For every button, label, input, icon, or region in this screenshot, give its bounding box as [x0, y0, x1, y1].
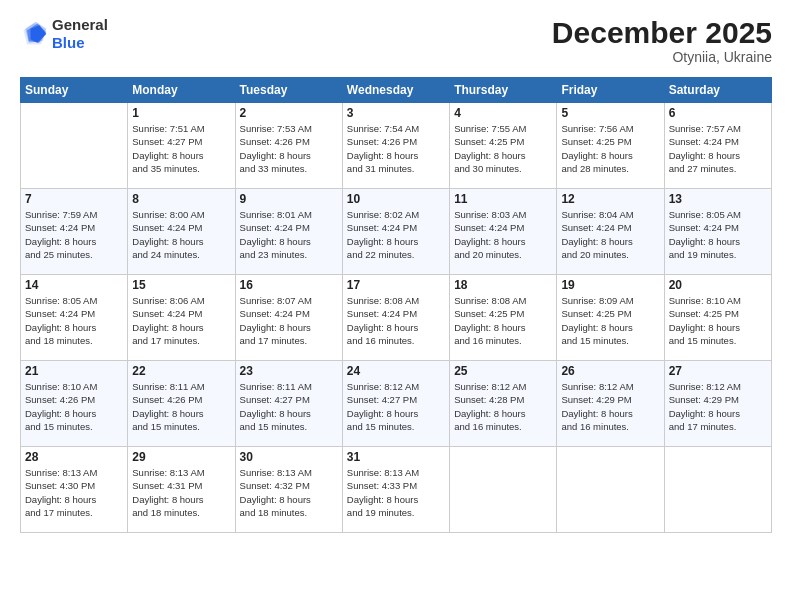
- day-number: 3: [347, 106, 445, 120]
- day-number: 9: [240, 192, 338, 206]
- week-row-1: 1Sunrise: 7:51 AM Sunset: 4:27 PM Daylig…: [21, 103, 772, 189]
- cell-info: Sunrise: 8:11 AM Sunset: 4:27 PM Dayligh…: [240, 380, 338, 433]
- cell-info: Sunrise: 8:08 AM Sunset: 4:24 PM Dayligh…: [347, 294, 445, 347]
- calendar-cell: 4Sunrise: 7:55 AM Sunset: 4:25 PM Daylig…: [450, 103, 557, 189]
- page: General Blue December 2025 Otyniia, Ukra…: [0, 0, 792, 612]
- calendar-cell: 23Sunrise: 8:11 AM Sunset: 4:27 PM Dayli…: [235, 361, 342, 447]
- cell-info: Sunrise: 8:04 AM Sunset: 4:24 PM Dayligh…: [561, 208, 659, 261]
- week-row-5: 28Sunrise: 8:13 AM Sunset: 4:30 PM Dayli…: [21, 447, 772, 533]
- calendar-cell: [450, 447, 557, 533]
- day-number: 14: [25, 278, 123, 292]
- cell-info: Sunrise: 8:12 AM Sunset: 4:29 PM Dayligh…: [561, 380, 659, 433]
- calendar-cell: 5Sunrise: 7:56 AM Sunset: 4:25 PM Daylig…: [557, 103, 664, 189]
- col-saturday: Saturday: [664, 78, 771, 103]
- day-number: 10: [347, 192, 445, 206]
- day-number: 23: [240, 364, 338, 378]
- week-row-3: 14Sunrise: 8:05 AM Sunset: 4:24 PM Dayli…: [21, 275, 772, 361]
- cell-info: Sunrise: 8:05 AM Sunset: 4:24 PM Dayligh…: [25, 294, 123, 347]
- cell-info: Sunrise: 7:54 AM Sunset: 4:26 PM Dayligh…: [347, 122, 445, 175]
- cell-info: Sunrise: 7:59 AM Sunset: 4:24 PM Dayligh…: [25, 208, 123, 261]
- day-number: 24: [347, 364, 445, 378]
- location: Otyniia, Ukraine: [552, 49, 772, 65]
- cell-info: Sunrise: 8:12 AM Sunset: 4:28 PM Dayligh…: [454, 380, 552, 433]
- cell-info: Sunrise: 8:13 AM Sunset: 4:33 PM Dayligh…: [347, 466, 445, 519]
- cell-info: Sunrise: 7:53 AM Sunset: 4:26 PM Dayligh…: [240, 122, 338, 175]
- col-sunday: Sunday: [21, 78, 128, 103]
- day-number: 5: [561, 106, 659, 120]
- cell-info: Sunrise: 8:09 AM Sunset: 4:25 PM Dayligh…: [561, 294, 659, 347]
- calendar-cell: 3Sunrise: 7:54 AM Sunset: 4:26 PM Daylig…: [342, 103, 449, 189]
- calendar-cell: 21Sunrise: 8:10 AM Sunset: 4:26 PM Dayli…: [21, 361, 128, 447]
- day-number: 11: [454, 192, 552, 206]
- calendar-cell: 17Sunrise: 8:08 AM Sunset: 4:24 PM Dayli…: [342, 275, 449, 361]
- day-number: 31: [347, 450, 445, 464]
- cell-info: Sunrise: 8:11 AM Sunset: 4:26 PM Dayligh…: [132, 380, 230, 433]
- col-thursday: Thursday: [450, 78, 557, 103]
- logo-icon: [20, 20, 48, 48]
- calendar-cell: 30Sunrise: 8:13 AM Sunset: 4:32 PM Dayli…: [235, 447, 342, 533]
- logo-text: General Blue: [52, 16, 108, 52]
- calendar-cell: 20Sunrise: 8:10 AM Sunset: 4:25 PM Dayli…: [664, 275, 771, 361]
- day-number: 30: [240, 450, 338, 464]
- day-number: 29: [132, 450, 230, 464]
- calendar-cell: [21, 103, 128, 189]
- day-number: 13: [669, 192, 767, 206]
- day-number: 28: [25, 450, 123, 464]
- calendar-table: Sunday Monday Tuesday Wednesday Thursday…: [20, 77, 772, 533]
- calendar-cell: 1Sunrise: 7:51 AM Sunset: 4:27 PM Daylig…: [128, 103, 235, 189]
- day-number: 12: [561, 192, 659, 206]
- cell-info: Sunrise: 8:13 AM Sunset: 4:31 PM Dayligh…: [132, 466, 230, 519]
- day-number: 26: [561, 364, 659, 378]
- day-number: 1: [132, 106, 230, 120]
- col-wednesday: Wednesday: [342, 78, 449, 103]
- calendar-cell: 22Sunrise: 8:11 AM Sunset: 4:26 PM Dayli…: [128, 361, 235, 447]
- cell-info: Sunrise: 7:57 AM Sunset: 4:24 PM Dayligh…: [669, 122, 767, 175]
- day-number: 8: [132, 192, 230, 206]
- calendar-cell: 13Sunrise: 8:05 AM Sunset: 4:24 PM Dayli…: [664, 189, 771, 275]
- calendar-cell: 6Sunrise: 7:57 AM Sunset: 4:24 PM Daylig…: [664, 103, 771, 189]
- cell-info: Sunrise: 8:12 AM Sunset: 4:29 PM Dayligh…: [669, 380, 767, 433]
- calendar-cell: 12Sunrise: 8:04 AM Sunset: 4:24 PM Dayli…: [557, 189, 664, 275]
- day-number: 16: [240, 278, 338, 292]
- day-number: 18: [454, 278, 552, 292]
- calendar-cell: 29Sunrise: 8:13 AM Sunset: 4:31 PM Dayli…: [128, 447, 235, 533]
- calendar-cell: 11Sunrise: 8:03 AM Sunset: 4:24 PM Dayli…: [450, 189, 557, 275]
- cell-info: Sunrise: 7:56 AM Sunset: 4:25 PM Dayligh…: [561, 122, 659, 175]
- cell-info: Sunrise: 8:07 AM Sunset: 4:24 PM Dayligh…: [240, 294, 338, 347]
- cell-info: Sunrise: 8:10 AM Sunset: 4:26 PM Dayligh…: [25, 380, 123, 433]
- header: General Blue December 2025 Otyniia, Ukra…: [20, 16, 772, 65]
- day-number: 4: [454, 106, 552, 120]
- day-number: 6: [669, 106, 767, 120]
- day-number: 20: [669, 278, 767, 292]
- calendar-cell: 15Sunrise: 8:06 AM Sunset: 4:24 PM Dayli…: [128, 275, 235, 361]
- day-number: 7: [25, 192, 123, 206]
- calendar-cell: [664, 447, 771, 533]
- calendar-cell: 26Sunrise: 8:12 AM Sunset: 4:29 PM Dayli…: [557, 361, 664, 447]
- day-number: 21: [25, 364, 123, 378]
- calendar-cell: 16Sunrise: 8:07 AM Sunset: 4:24 PM Dayli…: [235, 275, 342, 361]
- calendar-cell: 27Sunrise: 8:12 AM Sunset: 4:29 PM Dayli…: [664, 361, 771, 447]
- cell-info: Sunrise: 8:03 AM Sunset: 4:24 PM Dayligh…: [454, 208, 552, 261]
- week-row-4: 21Sunrise: 8:10 AM Sunset: 4:26 PM Dayli…: [21, 361, 772, 447]
- cell-info: Sunrise: 8:02 AM Sunset: 4:24 PM Dayligh…: [347, 208, 445, 261]
- calendar-cell: 9Sunrise: 8:01 AM Sunset: 4:24 PM Daylig…: [235, 189, 342, 275]
- header-row: Sunday Monday Tuesday Wednesday Thursday…: [21, 78, 772, 103]
- day-number: 27: [669, 364, 767, 378]
- day-number: 15: [132, 278, 230, 292]
- cell-info: Sunrise: 8:08 AM Sunset: 4:25 PM Dayligh…: [454, 294, 552, 347]
- cell-info: Sunrise: 8:05 AM Sunset: 4:24 PM Dayligh…: [669, 208, 767, 261]
- week-row-2: 7Sunrise: 7:59 AM Sunset: 4:24 PM Daylig…: [21, 189, 772, 275]
- cell-info: Sunrise: 8:12 AM Sunset: 4:27 PM Dayligh…: [347, 380, 445, 433]
- col-monday: Monday: [128, 78, 235, 103]
- col-tuesday: Tuesday: [235, 78, 342, 103]
- day-number: 2: [240, 106, 338, 120]
- day-number: 25: [454, 364, 552, 378]
- calendar-cell: 25Sunrise: 8:12 AM Sunset: 4:28 PM Dayli…: [450, 361, 557, 447]
- cell-info: Sunrise: 7:55 AM Sunset: 4:25 PM Dayligh…: [454, 122, 552, 175]
- day-number: 22: [132, 364, 230, 378]
- calendar-cell: 7Sunrise: 7:59 AM Sunset: 4:24 PM Daylig…: [21, 189, 128, 275]
- day-number: 19: [561, 278, 659, 292]
- cell-info: Sunrise: 8:13 AM Sunset: 4:30 PM Dayligh…: [25, 466, 123, 519]
- calendar-cell: 19Sunrise: 8:09 AM Sunset: 4:25 PM Dayli…: [557, 275, 664, 361]
- col-friday: Friday: [557, 78, 664, 103]
